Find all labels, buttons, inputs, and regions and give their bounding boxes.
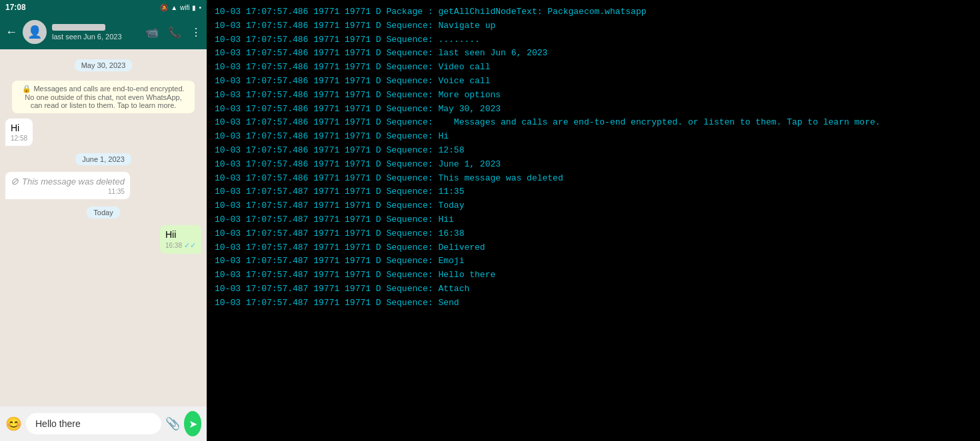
tick-icon: ✓✓ [184,241,196,250]
contact-name-bar [52,24,105,31]
back-button[interactable]: ← [5,25,17,39]
status-bar: 17:08 🔕 ▲ wifi ▮ • [0,0,207,15]
message-input[interactable] [26,413,161,434]
log-line: 10-03 17:07:57.487 19771 19771 D Sequenc… [215,254,972,268]
header-icons: 📹 📞 ⋮ [145,26,201,39]
status-time: 17:08 [5,3,26,12]
log-line: 10-03 17:07:57.487 19771 19771 D Sequenc… [215,268,972,282]
send-icon: ➤ [189,418,197,430]
log-line: 10-03 17:07:57.486 19771 19771 D Sequenc… [215,130,972,144]
log-line: 10-03 17:07:57.486 19771 19771 D Sequenc… [215,33,972,47]
date-label-june1: June 1, 2023 [5,153,201,165]
log-panel: 10-03 17:07:57.486 19771 19771 D Package… [207,0,980,441]
battery-icon: ▮ [192,4,196,11]
log-line: 10-03 17:07:57.486 19771 19771 D Sequenc… [215,116,972,130]
contact-status: last seen Jun 6, 2023 [52,33,140,41]
system-message: 🔒 Messages and calls are end-to-end encr… [12,81,195,113]
send-button[interactable]: ➤ [184,411,201,436]
log-line: 10-03 17:07:57.486 19771 19771 D Sequenc… [215,75,972,89]
date-label-may30: May 30, 2023 [5,59,201,71]
log-line: 10-03 17:07:57.486 19771 19771 D Sequenc… [215,158,972,172]
deleted-icon: ⊘ [11,176,19,187]
dot-indicator: • [199,4,201,11]
deleted-text: This message was deleted [22,177,125,187]
log-line: 10-03 17:07:57.487 19771 19771 D Sequenc… [215,282,972,296]
voice-call-button[interactable]: 📞 [168,26,181,39]
sent-message-hii: Hii 16:38 ✓✓ [160,225,201,254]
log-line: 10-03 17:07:57.486 19771 19771 D Package… [215,5,972,19]
attach-button[interactable]: 📎 [165,416,180,431]
log-line: 10-03 17:07:57.486 19771 19771 D Sequenc… [215,47,972,61]
more-options-button[interactable]: ⋮ [191,26,201,39]
log-line: 10-03 17:07:57.486 19771 19771 D Sequenc… [215,89,972,103]
log-line: 10-03 17:07:57.486 19771 19771 D Sequenc… [215,61,972,75]
emoji-button[interactable]: 😊 [5,416,22,432]
log-line: 10-03 17:07:57.487 19771 19771 D Sequenc… [215,241,972,255]
log-line: 10-03 17:07:57.487 19771 19771 D Sequenc… [215,185,972,199]
log-line: 10-03 17:07:57.486 19771 19771 D Sequenc… [215,103,972,117]
messages-area: May 30, 2023 🔒 Messages and calls are en… [0,49,207,406]
log-line: 10-03 17:07:57.486 19771 19771 D Sequenc… [215,19,972,33]
log-line: 10-03 17:07:57.486 19771 19771 D Sequenc… [215,144,972,158]
signal-icon: ▲ [171,4,177,11]
mute-icon: 🔕 [160,4,168,11]
contact-info: last seen Jun 6, 2023 [52,24,140,41]
video-call-button[interactable]: 📹 [145,26,159,39]
log-line: 10-03 17:07:57.487 19771 19771 D Sequenc… [215,296,972,310]
wifi-icon: wifi [180,4,189,11]
deleted-message: ⊘ This message was deleted 11:35 [5,172,130,199]
avatar[interactable]: 👤 [23,20,47,44]
log-line: 10-03 17:07:57.487 19771 19771 D Sequenc… [215,199,972,213]
input-area: 😊 📎 ➤ [0,406,207,441]
chat-panel: 17:08 🔕 ▲ wifi ▮ • ← 👤 last seen Jun 6, … [0,0,207,441]
received-message-hi: Hi 12:58 [5,119,33,146]
date-label-today: Today [5,206,201,219]
log-line: 10-03 17:07:57.487 19771 19771 D Sequenc… [215,213,972,227]
log-line: 10-03 17:07:57.487 19771 19771 D Sequenc… [215,227,972,241]
log-line: 10-03 17:07:57.486 19771 19771 D Sequenc… [215,172,972,186]
status-icons: 🔕 ▲ wifi ▮ • [160,4,201,11]
chat-header: ← 👤 last seen Jun 6, 2023 📹 📞 ⋮ [0,15,207,49]
